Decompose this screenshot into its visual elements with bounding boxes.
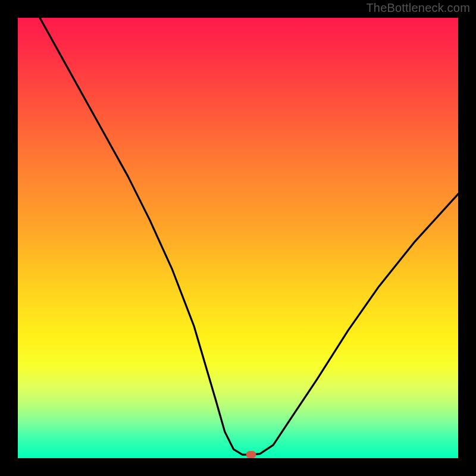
plot-area — [18, 18, 458, 458]
curve-svg — [18, 18, 458, 458]
bottleneck-curve — [40, 18, 458, 455]
optimal-point-marker — [246, 451, 256, 458]
chart-frame: TheBottleneck.com — [0, 0, 476, 476]
watermark-text: TheBottleneck.com — [366, 1, 470, 15]
